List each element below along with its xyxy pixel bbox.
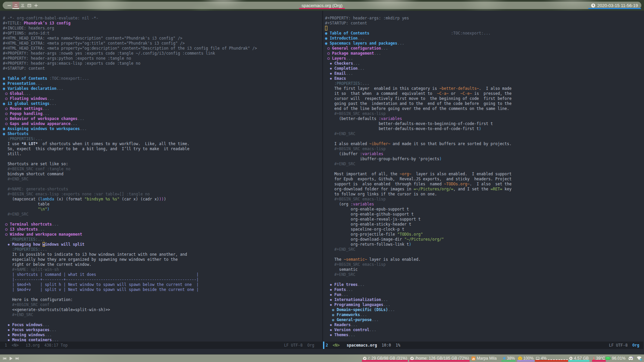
previous-button[interactable] xyxy=(3,357,6,360)
brightness-underline xyxy=(517,360,534,362)
buffer-line: end of the line before going over the en… xyxy=(323,106,643,111)
text-run: Here is the configuration: xyxy=(3,297,73,302)
text-run: ... xyxy=(372,317,379,322)
buffer-line xyxy=(0,157,322,162)
text-run: ◉ Introduction xyxy=(325,36,358,41)
buffer-line: ○ Behavior of workspace changes... xyxy=(0,116,322,121)
text-run: #+PROPERTY: header-args :noweb yes :expo… xyxy=(3,51,215,56)
buffer-line: ◉ Variables declaration... xyxy=(0,86,322,91)
text-run: is pressed, the xyxy=(472,91,512,96)
text-run: | $mod+h | split h | Next window to spaw… xyxy=(3,282,199,287)
text-run: :PROPERTIES: xyxy=(3,247,40,252)
text-run: or xyxy=(448,91,460,96)
buffer-line: #+STARTUP: content xyxy=(0,66,322,71)
text-run: =~/Pictures/org/= xyxy=(414,187,453,191)
text-run: So, expect this chapter to be a bit long… xyxy=(3,146,190,151)
text-run: ... xyxy=(358,36,365,41)
text-run: ... xyxy=(381,297,388,302)
buffer-line xyxy=(0,217,322,222)
text-run: ) xyxy=(439,157,442,161)
workspace-3[interactable] xyxy=(19,2,26,9)
text-run: org-enable-sticky-header t xyxy=(325,222,411,227)
modeline-info: 1 <N> i3.org 438:17 Top xyxy=(0,342,284,349)
title-underline xyxy=(299,8,345,9)
minibuffer[interactable] xyxy=(0,349,644,354)
buffer-spacemacs-org[interactable]: #+PROPERTY: header-args: :mkdirp yes#+ST… xyxy=(323,11,643,342)
buffer-line xyxy=(323,277,643,282)
buffer-line: :PROPERTIES:... xyxy=(0,247,322,252)
text-run: :PROPERTIES: xyxy=(3,136,36,141)
buffer-line: The first layer enabled in this category… xyxy=(323,86,643,91)
buffer-line xyxy=(323,26,643,31)
text-run: ... xyxy=(82,76,89,81)
text-run: #+END_SRC xyxy=(325,162,355,166)
next-button[interactable] xyxy=(15,357,19,360)
module-music-player[interactable]: Marpa Mila xyxy=(471,355,497,362)
buffer-line: I use *A LOT* of shortcuts when it comes… xyxy=(0,141,322,146)
text-run: I also enabled xyxy=(325,141,369,146)
window-title: spacemacs.org (Org) xyxy=(302,3,342,8)
buffer-line: ◉ Table of Contents :TOC:noexport:... xyxy=(323,31,643,36)
buffer-line: #+END_SRC xyxy=(0,312,322,317)
module-brightness[interactable]: 100% xyxy=(517,355,534,362)
cursor-position: 10:0 1% xyxy=(377,343,400,348)
buffer-line: org-enable-reveal-js-support t xyxy=(323,217,643,222)
buffer-line xyxy=(0,182,322,187)
sep xyxy=(328,343,333,348)
workspace-2[interactable] xyxy=(12,2,19,9)
text-run: ) xyxy=(47,207,50,212)
module-cpu[interactable]: 4% xyxy=(535,355,569,362)
buffer-line: ✿ General-purpose... xyxy=(323,317,643,322)
text-run: ... xyxy=(346,287,353,292)
buffer-line: org-download folder for images in =~/Pic… xyxy=(323,187,643,192)
buffer-line: | $mod+v | split v | Next window to spaw… xyxy=(0,287,322,292)
text-run: :PROPERTIES: xyxy=(325,81,362,86)
buffer-line: right or below the current window. xyxy=(0,262,322,267)
text-run: ○ General configuration xyxy=(325,46,381,51)
module-temperature[interactable]: 39°C xyxy=(592,355,606,362)
text-run: #+HTML_HEAD_EXTRA: <meta property="og:ti… xyxy=(3,41,185,46)
workspace-4[interactable] xyxy=(26,2,33,9)
buffer-line: ◉ i3 global settings... xyxy=(0,101,322,106)
new-workspace[interactable] xyxy=(33,2,39,9)
text-run: ... xyxy=(52,338,59,342)
network-tray-icon[interactable] xyxy=(636,356,642,361)
module-memory[interactable]: 4.57 GB xyxy=(568,355,589,362)
buffer-line: ○ Gaps and window appearance... xyxy=(0,121,322,126)
text-run: #+BEGIN_SRC emacs-lisp xyxy=(325,197,386,201)
text-run: ◉ Variables declaration xyxy=(3,86,57,91)
clock-module[interactable]: 2020-03-15 11-56-19 xyxy=(588,2,641,9)
text-run: ○ Global xyxy=(3,91,24,96)
workspace-1-icon xyxy=(7,3,11,8)
buffer-line: #+BEGIN_SRC emacs-lisp xyxy=(323,146,643,152)
buffer-line: ✿ Frameworks... xyxy=(323,312,643,317)
text-run: ... xyxy=(50,101,57,106)
text-run: ) xyxy=(479,126,481,131)
text-run: lambda xyxy=(40,197,54,201)
module-filesystem-home[interactable]: /home: 126 GB/185 GB (72%) xyxy=(409,355,470,362)
text-run: ○ Popup handling xyxy=(3,111,43,116)
text-run: to follow org links if the cursor is on … xyxy=(325,192,437,196)
buffer-line: Shortcuts are set like so: xyxy=(0,162,322,167)
text-run: ) xyxy=(409,242,411,247)
text-run: | $mod+v | split v | Next window to spaw… xyxy=(3,287,199,292)
text-run: ~semantic~ xyxy=(344,257,367,262)
system-tray xyxy=(628,355,642,362)
module-battery[interactable]: 96.01% xyxy=(605,355,626,362)
text-run: ○ Package management xyxy=(325,51,374,56)
module-filesystem-root[interactable]: /: 29 GB/98 GB (31%) xyxy=(362,355,408,362)
buffer-line: #+OPTIONS: auto-id:t xyxy=(0,31,322,36)
text-run: ✸ File trees xyxy=(325,282,358,287)
text-run: #+TITLE: xyxy=(3,21,24,25)
buffer-line: ✸ Completion... xyxy=(323,66,643,71)
text-run: spaceline-org-clock-p t xyxy=(325,227,404,232)
workspace-1[interactable] xyxy=(6,2,12,9)
module-volume[interactable]: 38% xyxy=(501,355,516,362)
emacs-frame: # -*- org-confirm-babel-evaluate: nil -*… xyxy=(0,11,644,354)
buffer-i3-org[interactable]: # -*- org-confirm-babel-evaluate: nil -*… xyxy=(0,11,322,342)
text-run: right or below the current window. xyxy=(3,262,92,267)
buffer-line: #+HTML_HEAD_EXTRA: <meta property="og:de… xyxy=(0,46,322,51)
play-button[interactable] xyxy=(9,356,13,361)
discord-tray-icon[interactable] xyxy=(628,356,634,361)
workspace-3-icon xyxy=(20,3,25,8)
